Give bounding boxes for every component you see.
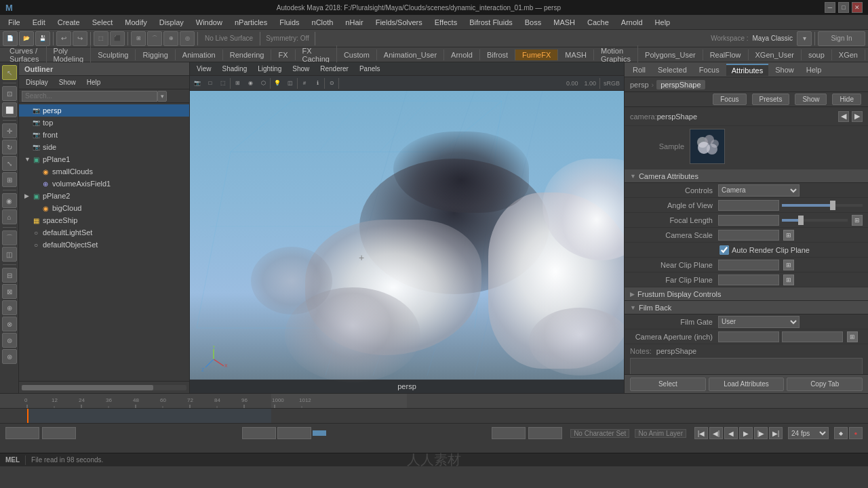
- vp-texture[interactable]: ⬡: [257, 77, 269, 89]
- new-scene-button[interactable]: 📄: [3, 31, 18, 46]
- breadcrumb-perspshape[interactable]: perspShape: [656, 80, 705, 89]
- redo-button[interactable]: ↪: [73, 31, 87, 46]
- menu-boss[interactable]: Boss: [519, 17, 547, 28]
- viewport-menu-lighting[interactable]: Lighting: [254, 64, 285, 73]
- near-clip-input[interactable]: 0.100: [718, 260, 779, 270]
- menu-select[interactable]: Select: [87, 17, 119, 28]
- tab-bifrost[interactable]: Bifrost: [480, 49, 515, 60]
- tab-realflow[interactable]: RealFlow: [703, 49, 749, 60]
- tab-custom[interactable]: Custom: [337, 49, 377, 60]
- minimize-button[interactable]: ─: [825, 2, 835, 13]
- attr-tab-focus[interactable]: Focus: [694, 64, 725, 75]
- tab-rendering[interactable]: Rendering: [223, 49, 272, 60]
- auto-render-checkbox[interactable]: [719, 245, 729, 255]
- tree-item-volumeaxisfield1[interactable]: ⊕ volumeAxisField1: [19, 178, 189, 190]
- focus-button[interactable]: Focus: [713, 94, 746, 105]
- breadcrumb-persp[interactable]: persp: [630, 81, 649, 89]
- timeline-track[interactable]: [0, 409, 868, 424]
- playback-range-drag[interactable]: [313, 430, 326, 436]
- vp-filmgate[interactable]: □: [204, 77, 216, 89]
- tab-fx[interactable]: FX: [271, 49, 295, 60]
- tab-fx-caching[interactable]: FX Caching: [296, 45, 337, 64]
- custom-tool-3[interactable]: ⊕: [2, 300, 17, 315]
- custom-tool-4[interactable]: ⊗: [2, 317, 17, 331]
- near-clip-icon[interactable]: ⊞: [783, 260, 794, 270]
- tree-item-persp[interactable]: 📷 persp: [19, 104, 189, 117]
- tab-animation-user[interactable]: Animation_User: [377, 49, 444, 60]
- vp-hud[interactable]: ℹ: [311, 77, 323, 89]
- viewport-menu-view[interactable]: View: [193, 64, 216, 73]
- tree-item-defaultobjectset[interactable]: ○ defaultObjectSet: [19, 239, 189, 251]
- tab-poly-modeling[interactable]: Poly Modeling: [47, 45, 92, 64]
- close-button[interactable]: ✕: [852, 2, 863, 13]
- select-tool[interactable]: ↖: [2, 65, 17, 80]
- menu-nhair[interactable]: nHair: [340, 17, 368, 28]
- tab-motion-graphics[interactable]: Motion Graphics: [594, 45, 638, 64]
- tree-item-top[interactable]: 📷 top: [19, 117, 189, 129]
- scale-tool[interactable]: ⤡: [2, 156, 17, 171]
- curve-tool[interactable]: ⌒: [2, 230, 17, 245]
- menu-window[interactable]: Window: [191, 17, 228, 28]
- menu-display[interactable]: Display: [154, 17, 189, 28]
- menu-arnold[interactable]: Arnold: [616, 17, 648, 28]
- tab-sculpting[interactable]: Sculpting: [91, 49, 136, 60]
- sculpt-tool[interactable]: ⌂: [2, 209, 17, 224]
- menu-cache[interactable]: Cache: [582, 17, 614, 28]
- tree-item-side[interactable]: 📷 side: [19, 141, 189, 153]
- menu-file[interactable]: File: [3, 17, 26, 28]
- tab-mash[interactable]: MASH: [558, 49, 594, 60]
- outliner-scrollbar[interactable]: [22, 385, 186, 390]
- auto-key-button[interactable]: ●: [849, 427, 863, 439]
- select-all-button[interactable]: ⬚: [94, 31, 108, 46]
- tab-polygons-user[interactable]: Polygons_User: [638, 49, 703, 60]
- viewport-panel[interactable]: View Shading Lighting Show Renderer Pane…: [190, 62, 624, 393]
- menu-modify[interactable]: Modify: [119, 17, 152, 28]
- camera-aperture-icon[interactable]: ⊞: [847, 331, 858, 342]
- tab-animation[interactable]: Animation: [176, 49, 223, 60]
- vp-smooth-shade[interactable]: ◉: [244, 77, 256, 89]
- custom-tool-1[interactable]: ⊟: [2, 268, 17, 283]
- hide-button[interactable]: Hide: [832, 94, 861, 105]
- copy-tab-button[interactable]: Copy Tab: [787, 378, 863, 391]
- show-button[interactable]: Show: [795, 94, 827, 105]
- play-back-button[interactable]: ◀: [724, 427, 738, 439]
- workspace-dropdown[interactable]: ▾: [797, 31, 812, 46]
- vp-grid[interactable]: #: [298, 77, 311, 89]
- menu-fieldssolvers[interactable]: Fields/Solvers: [370, 17, 428, 28]
- custom-tool-2[interactable]: ⊠: [2, 284, 17, 299]
- range-end2-input[interactable]: 800: [528, 427, 562, 439]
- goto-end-button[interactable]: ▶|: [769, 427, 783, 439]
- custom-tool-6[interactable]: ⊛: [2, 349, 17, 364]
- vp-wireframe[interactable]: ⊞: [231, 77, 243, 89]
- select-button[interactable]: Select: [630, 378, 706, 391]
- viewport-menu-renderer[interactable]: Renderer: [316, 64, 353, 73]
- save-scene-button[interactable]: 💾: [35, 31, 50, 46]
- playback-start-input[interactable]: 1: [242, 427, 276, 439]
- tab-soup[interactable]: soup: [802, 49, 832, 60]
- menu-create[interactable]: Create: [52, 17, 85, 28]
- timeline-playhead[interactable]: [27, 409, 28, 423]
- step-back-button[interactable]: ◀|: [709, 427, 723, 439]
- lasso-select-tool[interactable]: ⊡: [2, 86, 17, 101]
- frustum-section[interactable]: ▶ Frustum Display Controls: [625, 287, 868, 301]
- menu-help[interactable]: Help: [650, 17, 676, 28]
- timeline-ruler[interactable]: 0 12 24 36 48 60 72 84 96 1000 1012: [0, 394, 868, 409]
- camera-scale-input[interactable]: 1.000: [718, 230, 779, 241]
- presets-button[interactable]: Presets: [752, 94, 790, 105]
- range-start-input[interactable]: -100: [5, 427, 39, 439]
- goto-start-button[interactable]: |◀: [694, 427, 708, 439]
- tab-xgen-user[interactable]: XGen_User: [749, 49, 802, 60]
- outliner-search-input[interactable]: [22, 91, 157, 102]
- undo-button[interactable]: ↩: [56, 31, 71, 46]
- rotate-tool[interactable]: ↻: [2, 140, 17, 155]
- viewport-menu-shading[interactable]: Shading: [218, 64, 252, 73]
- custom-tool-5[interactable]: ⊜: [2, 333, 17, 348]
- focal-length-expand-icon[interactable]: ⊞: [852, 215, 863, 226]
- attr-tab-roll[interactable]: Roll: [627, 64, 651, 75]
- focal-length-input[interactable]: 35.000: [718, 215, 779, 226]
- tree-item-pplane2[interactable]: ▶ ▣ pPlane2: [19, 190, 189, 202]
- open-scene-button[interactable]: 📂: [19, 31, 34, 46]
- tab-fumefx[interactable]: FumeFX: [515, 49, 558, 60]
- step-forward-button[interactable]: |▶: [754, 427, 768, 439]
- snap-surface-button[interactable]: ◎: [180, 31, 195, 46]
